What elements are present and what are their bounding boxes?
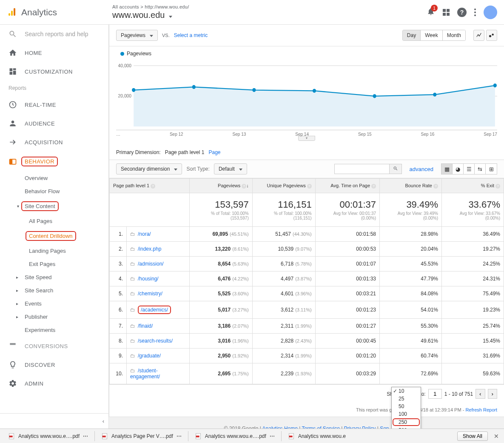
rows-dropdown[interactable]: 102550100250500100025005000 xyxy=(391,387,421,429)
nav-events[interactable]: Events xyxy=(0,297,108,310)
breadcrumb[interactable]: All accounts > http://www.wou.edu/ www.w… xyxy=(112,4,427,20)
footer-link-privacy[interactable]: Privacy Policy xyxy=(344,426,376,429)
rows-option[interactable]: 500 xyxy=(392,426,421,429)
rows-option[interactable]: 100 xyxy=(392,410,421,418)
footer-link-home[interactable]: Analytics Home xyxy=(262,426,298,429)
table-filter-search-button[interactable] xyxy=(390,164,402,174)
folder-icon: 🗀 xyxy=(130,323,135,329)
col-page-path[interactable]: Page path level 1? xyxy=(110,179,190,193)
search-input[interactable]: Search reports and help xyxy=(0,25,108,43)
behavior-highlight: BEHAVIOR xyxy=(21,157,58,166)
path-cell[interactable]: 🗀/chemistry/ xyxy=(127,286,190,301)
svg-rect-1 xyxy=(11,11,13,16)
logo-area[interactable]: Analytics xyxy=(7,7,112,17)
nav-customization[interactable]: CUSTOMIZATION xyxy=(0,62,108,81)
metric-selector[interactable]: Pageviews xyxy=(116,30,158,41)
nav-audience[interactable]: AUDIENCE xyxy=(0,114,108,133)
nav-all-pages[interactable]: All Pages xyxy=(0,214,108,228)
path-cell[interactable]: 🗀/admission/ xyxy=(127,257,190,272)
advanced-filter-link[interactable]: advanced xyxy=(410,166,433,172)
lightbulb-icon xyxy=(9,360,17,369)
page-footer: © 2018 Google | Analytics Home | Terms o… xyxy=(109,417,504,429)
nav-behavior[interactable]: BEHAVIOR xyxy=(0,151,108,171)
more-menu-button[interactable] xyxy=(474,9,476,16)
time-week-button[interactable]: Week xyxy=(421,30,442,40)
dimension-selected[interactable]: Page path level 1 xyxy=(165,149,205,155)
col-unique-pageviews[interactable]: Unique Pageviews? xyxy=(252,179,315,193)
rows-option[interactable]: 50 xyxy=(392,403,421,410)
table-row: 8. 🗀/search-results/ 3,016(1.96%) 2,828(… xyxy=(110,334,504,349)
view-comparison-button[interactable]: ⇆ xyxy=(475,164,486,174)
svg-point-14 xyxy=(252,88,256,92)
table-controls: Secondary dimension Sort Type: Default a… xyxy=(109,160,504,178)
view-pivot-button[interactable]: ⊞ xyxy=(486,164,497,174)
secondary-dimension-selector[interactable]: Secondary dimension xyxy=(116,163,182,174)
chart-type-line-button[interactable] xyxy=(473,30,484,41)
notifications-button[interactable]: 1 xyxy=(427,7,435,17)
path-cell[interactable]: 🗀/housing/ xyxy=(127,272,190,286)
table-view-switcher: ▦ ◕ ☰ ⇆ ⊞ xyxy=(441,163,497,174)
nav-conversions[interactable]: CONVERSIONS xyxy=(0,337,108,355)
content-drilldown-highlight: Content Drilldown xyxy=(26,231,76,241)
nav-discover[interactable]: DISCOVER xyxy=(0,355,108,374)
apps-icon[interactable] xyxy=(443,9,450,16)
nav-site-search[interactable]: Site Search xyxy=(0,284,108,297)
nav-experiments[interactable]: Experiments xyxy=(0,323,108,337)
rows-option[interactable]: 250 xyxy=(392,418,421,426)
time-day-button[interactable]: Day xyxy=(403,30,421,40)
path-cell[interactable]: 🗀/student-engagement/ xyxy=(127,363,190,384)
svg-text:20,000: 20,000 xyxy=(118,93,131,99)
property-selector[interactable]: www.wou.edu xyxy=(112,10,427,20)
path-cell[interactable]: 🗀/nora/ xyxy=(127,227,190,242)
sort-type-selector[interactable]: Default xyxy=(214,163,247,174)
analytics-logo-icon xyxy=(7,7,17,17)
dimension-page-link[interactable]: Page xyxy=(208,149,220,155)
view-performance-button[interactable]: ☰ xyxy=(464,164,475,174)
footer-link-feedback[interactable]: Sen xyxy=(380,426,389,429)
chart: Pageviews 40,00020,000 …Sep 12Sep 13Sep … xyxy=(109,46,504,141)
nav-admin[interactable]: ADMIN xyxy=(0,374,108,393)
next-page-button[interactable]: › xyxy=(488,389,497,399)
view-percentage-button[interactable]: ◕ xyxy=(453,164,464,174)
path-cell[interactable]: 🗀/academics/ xyxy=(127,301,190,319)
avatar[interactable] xyxy=(484,6,497,19)
path-cell[interactable]: 🗀/graduate/ xyxy=(127,349,190,363)
rows-option[interactable]: 10 xyxy=(392,387,421,395)
folder-icon: 🗀 xyxy=(130,231,135,237)
table-filter-input[interactable] xyxy=(334,164,390,174)
collapse-sidebar-button[interactable]: ‹ xyxy=(0,413,108,429)
nav-publisher[interactable]: Publisher xyxy=(0,310,108,323)
nav-site-speed[interactable]: Site Speed xyxy=(0,271,108,284)
svg-point-13 xyxy=(192,85,196,89)
svg-point-18 xyxy=(493,83,497,87)
path-cell[interactable]: 🗀/index.php xyxy=(127,242,190,257)
svg-point-15 xyxy=(313,89,316,93)
nav-home[interactable]: HOME xyxy=(0,43,108,62)
path-cell[interactable]: 🗀/search-results/ xyxy=(127,334,190,349)
time-month-button[interactable]: Month xyxy=(443,30,465,40)
col-avg-time[interactable]: Avg. Time on Page? xyxy=(315,179,379,193)
nav-landing-pages[interactable]: Landing Pages xyxy=(0,244,108,257)
view-data-button[interactable]: ▦ xyxy=(441,164,453,174)
col-bounce-rate[interactable]: Bounce Rate? xyxy=(380,179,442,193)
path-cell[interactable]: 🗀/finaid/ xyxy=(127,319,190,334)
nav-exit-pages[interactable]: Exit Pages xyxy=(0,257,108,271)
nav-behavior-flow[interactable]: Behavior Flow xyxy=(0,185,108,198)
nav-realtime[interactable]: REAL-TIME xyxy=(0,95,108,114)
rows-option[interactable]: 25 xyxy=(392,395,421,403)
prev-page-button[interactable]: ‹ xyxy=(476,389,485,399)
goto-page-input[interactable] xyxy=(428,389,442,399)
nav-acquisition[interactable]: ACQUISITION xyxy=(0,133,108,151)
col-pageviews[interactable]: Pageviews?↓ xyxy=(189,179,252,193)
nav-behavior-overview[interactable]: Overview xyxy=(0,171,108,185)
select-metric-link[interactable]: Select a metric xyxy=(174,32,208,38)
footer-link-tos[interactable]: Terms of Service xyxy=(302,426,339,429)
nav-site-content[interactable]: Site Content xyxy=(0,198,108,214)
dashboard-icon xyxy=(9,67,17,76)
table-summary-row: 153,597% of Total: 100.00% (153,597) 116… xyxy=(110,193,504,227)
help-button[interactable]: ? xyxy=(457,8,467,17)
refresh-report-link[interactable]: Refresh Report xyxy=(465,407,497,412)
chart-type-motion-button[interactable] xyxy=(486,30,497,41)
col-exit[interactable]: % Exit? xyxy=(442,179,504,193)
nav-content-drilldown[interactable]: Content Drilldown xyxy=(0,228,108,244)
